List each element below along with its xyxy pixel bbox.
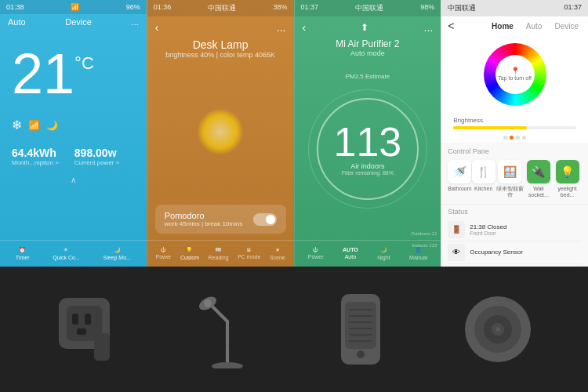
menu-dots-3[interactable]: ... [424,21,434,34]
nav-quick[interactable]: ✳ Quick Co... [53,247,80,260]
tab-home[interactable]: Home [488,20,517,32]
purifier-graphic [337,290,384,368]
nav-night-3[interactable]: 🌙 Night [377,247,390,260]
monthly-label[interactable]: Month...mption > [12,159,59,166]
lamp-graphic [196,290,259,368]
nav-device[interactable]: Device [65,17,92,27]
carrier-2: 中国联通 [208,3,236,13]
air-ring: 113 Air indoors Filter remaining: 88% [317,98,419,200]
monthly-energy: 64.4kWh Month...mption > [12,147,59,166]
tab-auto[interactable]: Auto [523,20,546,32]
control-curtain[interactable]: 🪟 绿米智能窗帘 [495,160,524,199]
svg-rect-5 [94,333,110,361]
temperature-unit: °C [74,53,94,74]
night-icon-3: 🌙 [380,247,387,253]
lamp-bulb-graphic [197,108,244,155]
nav-custom-2[interactable]: 💡 Custom [180,247,199,260]
location-icon: 📍 [510,67,520,75]
outdoor-badge: Outdoors 12 [411,231,437,236]
nav-auto-3[interactable]: AUTO Auto [343,247,358,260]
color-wheel-inner: 📍 Tap to turn off [495,55,535,94]
current-power: 898.00w Current power > [74,147,120,166]
monthly-value: 64.4kWh [12,147,59,159]
dot-1[interactable] [503,136,507,140]
power-label[interactable]: Current power > [74,159,120,166]
kitchen-label: Kitchen [474,186,492,192]
control-grid: 🚿 Bathroom 🍴 Kitchen 🪟 绿米智能窗帘 🔌 Wall soc… [448,160,582,199]
expand-button[interactable]: ∧ [0,172,147,187]
kitchen-icon: 🍴 [472,160,495,183]
products-row [0,267,588,392]
status-door: 🚪 21:38 Closed Front Door [448,219,582,241]
nav-bar-3: ‹ ⬆ ... [295,16,441,38]
tab-device[interactable]: Device [551,20,582,32]
time-4: 01:37 [564,3,582,13]
svg-rect-2 [72,314,78,325]
dot-4[interactable] [522,136,526,140]
timer-icon: ⏰ [19,247,26,253]
power-icon-3: ⏻ [313,247,318,252]
tap-to-turn[interactable]: Tap to turn off [498,75,532,82]
nav-manual-3[interactable]: 👤 Manual [409,247,427,260]
snowflake-icon[interactable]: ❄ [12,118,22,132]
nav-bar-1: Auto Device ... [0,14,147,30]
manual-icon-3: 👤 [415,247,422,253]
status-bar-2: 01:36 中国联通 38% [147,0,294,16]
control-bathroom[interactable]: 🚿 Bathroom [448,160,471,199]
purifier-subtitle: Auto mode [295,49,441,57]
status-bar-1: 01:38 📶 96% [0,0,147,14]
pomodoro-toggle[interactable] [253,213,277,226]
control-socket[interactable]: 🔌 Wall socket... [524,160,553,199]
temperature-display: 21 °C [0,30,147,110]
door-icon: 🚪 [448,221,465,238]
back-arrow-4[interactable]: < [448,20,454,32]
battery-1: 96% [126,3,140,11]
brightness-section: Brightness [441,114,588,132]
status-bar-3: 01:37 中国联通 98% [295,0,441,16]
nav-reading-2[interactable]: 📖 Reading [209,247,229,260]
auto-icon-3: AUTO [343,247,358,252]
status-bar-4: 中国联通 01:37 [441,0,588,16]
pm25-label: PM2.5 Estimate [346,73,390,80]
nav-power-3[interactable]: ⏻ Power [308,247,324,260]
curtain-label: 绿米智能窗帘 [495,186,524,199]
reading-icon-2: 📖 [215,247,222,253]
dot-3[interactable] [516,136,520,140]
menu-icon[interactable]: ... [132,17,139,27]
share-icon-3[interactable]: ⬆ [361,22,368,33]
nav-timer[interactable]: ⏰ Timer [16,247,30,260]
temperature-value: 21 [12,45,74,102]
signal-1: 📶 [71,3,79,11]
brightness-label: Brightness [453,117,576,124]
status-title: Status [448,208,582,216]
air-label: Air indoors [350,162,384,170]
product-speaker [463,294,533,365]
nav-sleep[interactable]: 🌙 Sleep Mo... [103,247,130,260]
nav-auto[interactable]: Auto [8,17,26,27]
moon-icon: 🌙 [46,120,58,131]
svg-point-25 [495,327,500,332]
color-wheel-section: 📍 Tap to turn off [441,35,588,114]
dot-2[interactable] [510,136,514,140]
time-3: 01:37 [301,3,319,13]
control-kitchen[interactable]: 🍴 Kitchen [472,160,495,199]
color-wheel[interactable]: 📍 Tap to turn off [484,43,546,106]
phones-row: 01:38 📶 96% Auto Device ... 21 °C ❄ 📶 🌙 … [0,0,588,267]
control-yeelight[interactable]: 💡 yeelight bed... [553,160,582,199]
curtain-icon: 🪟 [498,160,521,183]
brightness-bar[interactable] [453,126,576,129]
purifier-title: Mi Air Purifier 2 [295,38,441,49]
power-value: 898.00w [74,147,120,159]
nav-dots-2[interactable]: ... [277,21,286,34]
back-arrow-2[interactable]: ‹ [155,21,159,34]
bathroom-icon: 🚿 [448,160,471,183]
svg-point-11 [204,299,212,307]
control-panel: Control Pane 🚿 Bathroom 🍴 Kitchen 🪟 绿米智能… [441,143,588,204]
nav-pc-2[interactable]: 🖥 PC mode [238,247,260,260]
nav-bar-2: ‹ ... [147,16,294,38]
nav-scene-2[interactable]: ★ Scene [270,247,285,260]
nav-power-2[interactable]: ⏻ Power [156,247,172,260]
phone-purifier: 01:37 中国联通 98% ‹ ⬆ ... Mi Air Purifier 2… [294,0,441,267]
pc-icon-2: 🖥 [246,247,252,252]
back-arrow-3[interactable]: ‹ [303,21,307,34]
